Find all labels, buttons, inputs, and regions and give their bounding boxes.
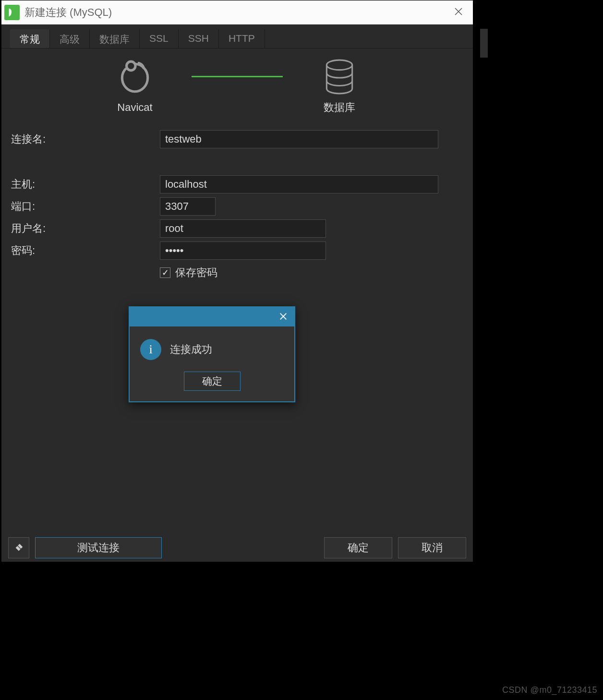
port-input[interactable] — [160, 197, 216, 216]
password-input[interactable] — [160, 241, 326, 260]
save-password-label: 保存密码 — [175, 266, 217, 280]
ok-button[interactable]: 确定 — [324, 537, 392, 558]
tab-general[interactable]: 常规 — [10, 29, 50, 48]
conn-name-input[interactable] — [160, 130, 438, 148]
host-input[interactable] — [160, 175, 438, 193]
conn-name-label: 连接名: — [11, 132, 160, 146]
svg-point-0 — [127, 61, 135, 70]
user-label: 用户名: — [11, 221, 160, 236]
dialog-message: 连接成功 — [170, 342, 212, 357]
dialog-ok-button[interactable]: 确定 — [184, 372, 241, 391]
connection-diagram: Navicat 数据库 — [11, 57, 463, 115]
navicat-logo-icon — [115, 58, 155, 97]
tab-advanced[interactable]: 高级 — [50, 29, 90, 48]
test-connection-button[interactable]: 测试连接 — [35, 537, 162, 558]
user-input[interactable] — [160, 219, 326, 238]
diagram-connection-line — [192, 76, 283, 77]
message-dialog: i 连接成功 确定 — [129, 306, 295, 402]
svg-point-1 — [326, 60, 352, 70]
connection-dialog-window: 新建连接 (MySQL) 常规 高级 数据库 SSL SSH HTTP Navi… — [1, 0, 473, 561]
side-tab-handle — [480, 29, 488, 58]
tab-ssl[interactable]: SSL — [140, 29, 179, 48]
tab-database[interactable]: 数据库 — [90, 29, 140, 48]
dialog-titlebar — [130, 307, 294, 326]
diagram-right-label: 数据库 — [324, 100, 355, 115]
host-label: 主机: — [11, 177, 160, 192]
password-label: 密码: — [11, 243, 160, 258]
dialog-close-button[interactable] — [279, 310, 288, 324]
side-background — [473, 0, 603, 700]
tab-bar: 常规 高级 数据库 SSL SSH HTTP — [1, 29, 473, 48]
cancel-button[interactable]: 取消 — [398, 537, 466, 558]
tab-http[interactable]: HTTP — [219, 29, 265, 48]
info-icon: i — [140, 339, 161, 360]
footer-bar: 测试连接 确定 取消 — [1, 534, 473, 562]
window-title: 新建连接 (MySQL) — [24, 5, 447, 20]
tab-ssh[interactable]: SSH — [179, 29, 219, 48]
tab-content: Navicat 数据库 连接名: 主机: 端口: — [1, 48, 473, 561]
link-icon-button[interactable] — [8, 537, 29, 558]
diagram-left-label: Navicat — [117, 101, 152, 114]
window-close-button[interactable] — [447, 5, 470, 20]
watermark-text: CSDN @m0_71233415 — [502, 685, 597, 695]
port-label: 端口: — [11, 199, 160, 214]
navicat-app-icon — [4, 5, 20, 20]
connection-form: 连接名: 主机: 端口: 用户名: 密码: ✓ 保存密码 — [11, 128, 463, 280]
save-password-checkbox[interactable]: ✓ — [160, 267, 170, 278]
titlebar: 新建连接 (MySQL) — [1, 0, 473, 24]
database-icon — [320, 57, 359, 97]
